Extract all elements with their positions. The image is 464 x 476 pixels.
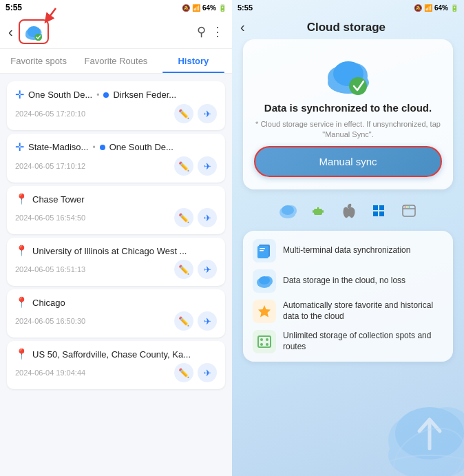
route-actions-2: ✏️ ✈ (174, 156, 217, 176)
history-item-route-2: ✛ State-Madiso... • One South De... 2024… (7, 134, 225, 183)
left-panel: 5:55 🔕 📶 64% 🔋 ‹ (0, 0, 232, 476)
poi-timestamp-3: 2024-06-05 16:54:50 (15, 214, 85, 222)
poi-icon-4: 📍 (15, 245, 28, 257)
route-from-2: State-Madiso... (28, 142, 88, 152)
poi-timestamp-6: 2024-06-04 19:04:44 (15, 369, 85, 377)
feature-text-3: Automatically store favorite and histori… (283, 300, 443, 322)
right-status-icons: 🔕 📶 64% 🔋 (414, 4, 458, 12)
manual-sync-button[interactable]: Manual sync (254, 146, 442, 177)
edit-button-3[interactable]: ✏️ (174, 208, 193, 227)
svg-rect-33 (260, 248, 265, 249)
svg-rect-20 (313, 210, 314, 213)
history-item-poi-4: 📍 University of Illinois at Chicago West… (7, 238, 225, 286)
sync-status-card: Data is synchronized to the cloud. * Clo… (243, 39, 453, 189)
route-to-2: One South De... (109, 142, 173, 152)
cloud-platform-icon (277, 200, 298, 221)
cloud-icon (23, 22, 45, 41)
sync-title-text: Data is synchronized to the cloud. (264, 102, 432, 114)
right-panel: 5:55 🔕 📶 64% 🔋 ‹ Cloud storage (232, 0, 464, 476)
poi-name-4: University of Illinois at Chicago West .… (32, 246, 187, 256)
navigate-button-1[interactable]: ✈ (198, 104, 217, 123)
tab-history[interactable]: History (155, 49, 232, 73)
search-button[interactable]: ⚲ (197, 24, 206, 39)
feature-text-4: Unlimited storage of collection spots an… (283, 331, 443, 352)
svg-point-43 (260, 343, 263, 346)
feature-row-1: Multi-terminal data synchronization (253, 239, 443, 262)
poi-icon-5: 📍 (15, 296, 28, 309)
route-dot-1 (103, 92, 109, 98)
feature-icon-1 (253, 239, 276, 262)
svg-point-41 (260, 338, 263, 341)
left-status-bar: 5:55 🔕 📶 64% 🔋 (0, 0, 232, 15)
features-card: Multi-terminal data synchronization Data… (243, 231, 453, 362)
cloud-synced-icon (321, 52, 376, 96)
sync-subtitle-text: * Cloud storage service in effect. If un… (254, 119, 442, 141)
back-button[interactable]: ‹ (8, 24, 13, 40)
right-status-bar: 5:55 🔕 📶 64% 🔋 (232, 0, 464, 15)
android-platform-icon (308, 200, 328, 221)
left-status-icons: 🔕 📶 64% 🔋 (182, 4, 226, 12)
tab-favorite-spots[interactable]: Favorite spots (0, 49, 77, 73)
route-origin-icon-2: ✛ (15, 141, 24, 154)
edit-button-2[interactable]: ✏️ (174, 156, 193, 176)
poi-name-5: Chicago (32, 298, 65, 308)
history-item-route-1: ✛ One South De... • Dirksen Feder... 202… (7, 81, 225, 130)
svg-point-15 (282, 205, 294, 215)
svg-rect-24 (373, 211, 378, 216)
navigate-button-5[interactable]: ✈ (198, 311, 217, 331)
windows-platform-icon (368, 200, 389, 221)
edit-button-4[interactable]: ✏️ (174, 260, 193, 279)
history-item-poi-6: 📍 US 50, Saffordville, Chase County, Ka.… (7, 341, 225, 389)
navigate-button-3[interactable]: ✈ (198, 208, 217, 227)
svg-rect-22 (373, 205, 378, 210)
edit-button-5[interactable]: ✏️ (174, 311, 193, 331)
svg-point-44 (266, 343, 268, 346)
navigate-button-2[interactable]: ✈ (198, 156, 217, 176)
route-timestamp-2: 2024-06-05 17:10:12 (15, 162, 85, 170)
left-top-bar: ‹ (0, 15, 232, 49)
poi-name-3: Chase Tower (32, 194, 85, 205)
svg-rect-40 (258, 336, 271, 347)
route-timestamp-1: 2024-06-05 17:20:10 (15, 110, 85, 118)
svg-rect-25 (379, 211, 384, 216)
navigate-button-4[interactable]: ✈ (198, 260, 217, 279)
svg-rect-16 (314, 209, 322, 215)
feature-row-4: Unlimited storage of collection spots an… (253, 330, 443, 353)
feature-row-3: Automatically store favorite and histori… (253, 300, 443, 323)
route-to-1: Dirksen Feder... (113, 90, 176, 100)
poi-timestamp-4: 2024-06-05 16:51:13 (15, 265, 85, 273)
svg-point-19 (319, 207, 320, 209)
feature-text-2: Data storage in the cloud, no loss (283, 276, 405, 287)
svg-rect-34 (260, 250, 264, 251)
apple-platform-icon (338, 200, 359, 221)
tabs-bar: Favorite spots Favorite Routes History (0, 49, 232, 74)
svg-rect-23 (379, 205, 384, 210)
right-back-button[interactable]: ‹ (240, 19, 245, 35)
edit-button-1[interactable]: ✏️ (174, 104, 193, 123)
route-from-1: One South De... (28, 90, 92, 100)
poi-icon-6: 📍 (15, 348, 28, 360)
feature-icon-4 (253, 330, 276, 353)
svg-point-28 (404, 206, 405, 207)
right-page-title: Cloud storage (251, 21, 442, 34)
poi-actions-6: ✏️ ✈ (174, 363, 217, 382)
poi-icon-3: 📍 (15, 193, 28, 205)
cloud-sync-button[interactable] (19, 19, 49, 44)
svg-point-38 (259, 276, 270, 284)
poi-actions-4: ✏️ ✈ (174, 260, 217, 279)
svg-marker-39 (258, 305, 271, 318)
history-item-poi-3: 📍 Chase Tower 2024-06-05 16:54:50 ✏️ ✈ (7, 186, 225, 234)
tab-favorite-routes[interactable]: Favorite Routes (77, 49, 154, 73)
navigate-button-6[interactable]: ✈ (198, 363, 217, 382)
right-top-bar: ‹ Cloud storage (232, 15, 464, 39)
right-time: 5:55 (238, 3, 253, 12)
feature-icon-3 (253, 300, 276, 323)
platforms-row (243, 200, 453, 221)
history-list: ✛ One South De... • Dirksen Feder... 202… (0, 74, 232, 476)
svg-point-30 (408, 206, 410, 207)
more-options-button[interactable]: ⋮ (211, 24, 224, 39)
left-time: 5:55 (6, 3, 22, 12)
feature-row-2: Data storage in the cloud, no loss (253, 269, 443, 293)
edit-button-6[interactable]: ✏️ (174, 363, 193, 382)
svg-point-42 (266, 338, 268, 341)
